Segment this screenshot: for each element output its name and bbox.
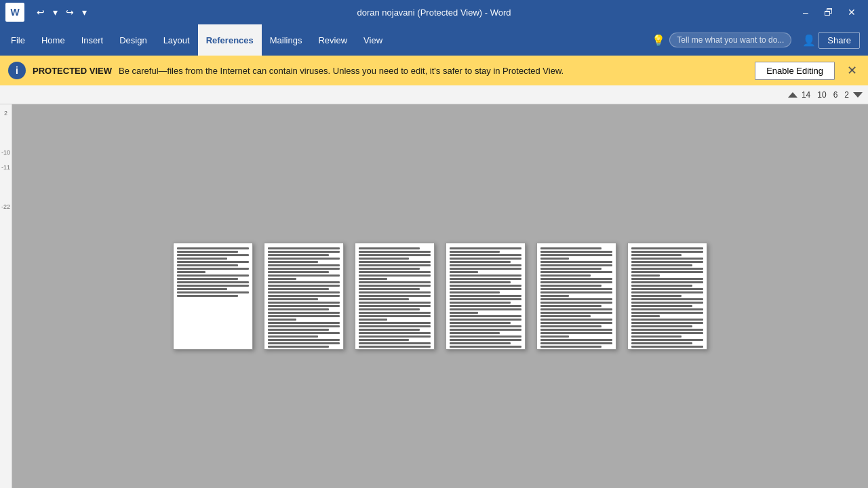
page-line [359,285,431,287]
page-line [540,305,601,307]
tab-mailings[interactable]: Mailings [262,24,311,56]
page-line [359,281,431,283]
page-line [177,247,249,249]
page-line [631,312,703,314]
page-blank [177,298,249,302]
page-line [540,281,612,283]
close-bar-button[interactable]: ✕ [844,63,860,78]
page-area [12,104,868,488]
share-button[interactable]: Share [818,32,860,49]
page-line [540,285,601,287]
document-area: 2 -10 -11 -22 [0,104,868,488]
page-line [631,264,692,266]
page-line [268,271,329,273]
tab-references[interactable]: References [198,24,262,56]
page-line [359,319,387,321]
lightbulb-icon: 💡 [652,34,665,47]
page-line [268,254,329,256]
title-bar: W ↩ ▾ ↪ ▾ doran nojavani (Protected View… [0,0,868,24]
page-line [540,271,612,273]
page-line [450,291,500,293]
ruler-navigation: 14 10 6 2 [788,90,863,100]
horizontal-ruler: 14 10 6 2 [0,85,868,104]
page-line [359,302,431,304]
tab-file[interactable]: File [3,24,33,56]
page-line [359,258,409,260]
enable-editing-button[interactable]: Enable Editing [755,62,835,80]
page-line [359,349,420,350]
page-line [268,298,318,300]
page-line [540,261,612,263]
page-line [177,271,205,273]
page-line [359,332,431,334]
page-blank-area [177,304,249,324]
ruler-num-2: 2 [842,90,852,100]
customize-qat-button[interactable]: ▾ [79,5,90,19]
page-line [268,305,340,307]
page-line [359,312,431,314]
tab-review[interactable]: Review [310,24,355,56]
undo-button[interactable]: ↩ [34,5,47,19]
page-line [540,247,601,249]
page-line [359,254,431,256]
page-line [450,285,521,287]
page-line [450,278,521,280]
page-line [631,329,703,331]
page-line [177,281,249,283]
redo-button[interactable]: ↪ [63,5,77,19]
page-line [540,251,612,253]
page-line [450,298,521,300]
page-line [450,319,521,321]
page-line [268,339,340,341]
page-line [177,274,249,277]
undo-dropdown-button[interactable]: ▾ [50,5,60,19]
page-line [177,295,238,297]
vertical-ruler: 2 -10 -11 -22 [0,104,12,488]
page-line [268,288,329,290]
page-line [268,274,340,277]
page-line [359,271,431,273]
page-line [268,308,329,310]
close-button[interactable]: ✕ [841,3,863,22]
page-line [177,288,227,290]
ruler-up-button[interactable] [788,92,797,98]
page-line [450,322,511,324]
pages-row [173,243,707,350]
page-line [450,268,521,270]
page-line [450,274,521,277]
page-line [631,261,703,263]
page-line [268,268,340,270]
page-line [359,288,420,290]
page-line [631,319,703,321]
tab-view[interactable]: View [355,24,391,56]
page-line [540,302,612,304]
word-icon: W [5,3,24,22]
tab-insert[interactable]: Insert [73,24,112,56]
tab-home[interactable]: Home [33,24,73,56]
page-line [268,264,340,266]
page-line [540,336,569,338]
tab-design[interactable]: Design [111,24,155,56]
page-line [450,332,500,334]
ribbon: File Home Insert Design Layout Reference… [0,24,868,56]
page-line [631,288,703,290]
ribbon-search-input[interactable] [669,33,791,47]
page-line [540,268,601,270]
page-line [450,261,511,263]
page-line [631,308,703,310]
page-line [359,325,431,327]
tab-layout[interactable]: Layout [155,24,198,56]
page-line [631,271,703,273]
page-line [268,319,296,321]
page-line [359,251,431,253]
page-line [268,312,340,314]
page-line [359,278,387,280]
page-line [359,298,409,300]
page-line [540,254,612,256]
protected-icon: i [8,62,26,79]
page-line [359,308,420,310]
ruler-down-button[interactable] [853,92,863,98]
page-line [177,258,227,260]
restore-button[interactable]: 🗗 [818,3,840,22]
minimize-button[interactable]: – [795,3,816,22]
